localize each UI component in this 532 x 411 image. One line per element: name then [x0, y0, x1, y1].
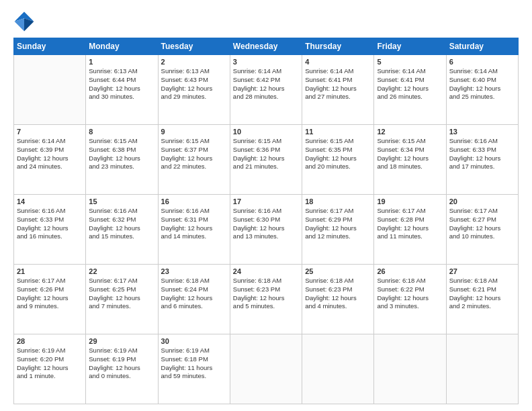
- calendar-cell: 27Sunrise: 6:18 AM Sunset: 6:21 PM Dayli…: [446, 265, 518, 334]
- calendar-cell: 5Sunrise: 6:14 AM Sunset: 6:41 PM Daylig…: [374, 55, 446, 125]
- calendar-cell: 10Sunrise: 6:15 AM Sunset: 6:36 PM Dayli…: [230, 125, 302, 195]
- day-info: Sunrise: 6:13 AM Sunset: 6:44 PM Dayligh…: [89, 67, 154, 101]
- day-number: 5: [377, 58, 443, 66]
- day-info: Sunrise: 6:14 AM Sunset: 6:41 PM Dayligh…: [305, 67, 371, 101]
- day-info: Sunrise: 6:18 AM Sunset: 6:24 PM Dayligh…: [161, 277, 227, 311]
- calendar-cell: [14, 55, 86, 125]
- day-number: 1: [89, 58, 154, 66]
- day-number: 19: [377, 197, 443, 205]
- calendar-week-1: 1Sunrise: 6:13 AM Sunset: 6:44 PM Daylig…: [14, 55, 519, 125]
- calendar-cell: 12Sunrise: 6:15 AM Sunset: 6:34 PM Dayli…: [374, 125, 446, 195]
- calendar-cell: 22Sunrise: 6:17 AM Sunset: 6:25 PM Dayli…: [86, 265, 158, 334]
- day-number: 11: [305, 128, 371, 136]
- day-number: 13: [449, 128, 515, 136]
- day-info: Sunrise: 6:17 AM Sunset: 6:29 PM Dayligh…: [305, 207, 371, 241]
- day-number: 16: [161, 197, 227, 205]
- day-number: 23: [161, 267, 227, 275]
- day-info: Sunrise: 6:17 AM Sunset: 6:25 PM Dayligh…: [89, 277, 154, 311]
- calendar-cell: 23Sunrise: 6:18 AM Sunset: 6:24 PM Dayli…: [158, 265, 230, 334]
- day-info: Sunrise: 6:14 AM Sunset: 6:42 PM Dayligh…: [233, 67, 299, 101]
- day-number: 18: [305, 197, 371, 205]
- day-number: 26: [377, 267, 443, 275]
- day-number: 25: [305, 267, 371, 275]
- calendar-cell: 30Sunrise: 6:19 AM Sunset: 6:18 PM Dayli…: [158, 334, 230, 404]
- day-number: 8: [89, 128, 154, 136]
- calendar-week-3: 14Sunrise: 6:16 AM Sunset: 6:33 PM Dayli…: [14, 195, 519, 265]
- day-number: 2: [161, 58, 227, 66]
- calendar-cell: 24Sunrise: 6:18 AM Sunset: 6:23 PM Dayli…: [230, 265, 302, 334]
- day-number: 14: [17, 197, 83, 205]
- calendar-cell: [230, 334, 302, 404]
- calendar-week-5: 28Sunrise: 6:19 AM Sunset: 6:20 PM Dayli…: [14, 334, 519, 404]
- day-number: 7: [17, 128, 83, 136]
- calendar-cell: 8Sunrise: 6:15 AM Sunset: 6:38 PM Daylig…: [86, 125, 158, 195]
- day-info: Sunrise: 6:14 AM Sunset: 6:39 PM Dayligh…: [17, 137, 83, 171]
- calendar-cell: 20Sunrise: 6:17 AM Sunset: 6:27 PM Dayli…: [446, 195, 518, 265]
- calendar-table: SundayMondayTuesdayWednesdayThursdayFrid…: [13, 38, 519, 404]
- day-info: Sunrise: 6:18 AM Sunset: 6:22 PM Dayligh…: [377, 277, 443, 311]
- weekday-header-sunday: Sunday: [14, 38, 86, 55]
- calendar-cell: 18Sunrise: 6:17 AM Sunset: 6:29 PM Dayli…: [302, 195, 374, 265]
- day-info: Sunrise: 6:17 AM Sunset: 6:28 PM Dayligh…: [377, 207, 443, 241]
- day-info: Sunrise: 6:15 AM Sunset: 6:38 PM Dayligh…: [89, 137, 154, 171]
- day-number: 20: [449, 197, 515, 205]
- day-number: 15: [89, 197, 154, 205]
- weekday-header-monday: Monday: [86, 38, 158, 55]
- day-info: Sunrise: 6:18 AM Sunset: 6:23 PM Dayligh…: [233, 277, 299, 311]
- day-info: Sunrise: 6:15 AM Sunset: 6:36 PM Dayligh…: [233, 137, 299, 171]
- day-info: Sunrise: 6:17 AM Sunset: 6:27 PM Dayligh…: [449, 207, 515, 241]
- day-info: Sunrise: 6:16 AM Sunset: 6:33 PM Dayligh…: [449, 137, 515, 171]
- day-info: Sunrise: 6:16 AM Sunset: 6:33 PM Dayligh…: [17, 207, 83, 241]
- day-number: 22: [89, 267, 154, 275]
- calendar-cell: 19Sunrise: 6:17 AM Sunset: 6:28 PM Dayli…: [374, 195, 446, 265]
- calendar-cell: 6Sunrise: 6:14 AM Sunset: 6:40 PM Daylig…: [446, 55, 518, 125]
- calendar-cell: 2Sunrise: 6:13 AM Sunset: 6:43 PM Daylig…: [158, 55, 230, 125]
- calendar-cell: 29Sunrise: 6:19 AM Sunset: 6:19 PM Dayli…: [86, 334, 158, 404]
- calendar-cell: 28Sunrise: 6:19 AM Sunset: 6:20 PM Dayli…: [14, 334, 86, 404]
- day-number: 4: [305, 58, 371, 66]
- calendar-cell: 4Sunrise: 6:14 AM Sunset: 6:41 PM Daylig…: [302, 55, 374, 125]
- calendar-cell: 3Sunrise: 6:14 AM Sunset: 6:42 PM Daylig…: [230, 55, 302, 125]
- day-number: 10: [233, 128, 299, 136]
- weekday-header-saturday: Saturday: [446, 38, 518, 55]
- day-info: Sunrise: 6:16 AM Sunset: 6:31 PM Dayligh…: [161, 207, 227, 241]
- calendar-cell: 7Sunrise: 6:14 AM Sunset: 6:39 PM Daylig…: [14, 125, 86, 195]
- day-info: Sunrise: 6:18 AM Sunset: 6:23 PM Dayligh…: [305, 277, 371, 311]
- logo-icon: [13, 11, 35, 32]
- weekday-header-thursday: Thursday: [302, 38, 374, 55]
- weekday-header-friday: Friday: [374, 38, 446, 55]
- calendar-week-2: 7Sunrise: 6:14 AM Sunset: 6:39 PM Daylig…: [14, 125, 519, 195]
- day-info: Sunrise: 6:19 AM Sunset: 6:19 PM Dayligh…: [89, 347, 154, 381]
- calendar-cell: 9Sunrise: 6:15 AM Sunset: 6:37 PM Daylig…: [158, 125, 230, 195]
- calendar-cell: 15Sunrise: 6:16 AM Sunset: 6:32 PM Dayli…: [86, 195, 158, 265]
- day-number: 12: [377, 128, 443, 136]
- calendar-cell: 13Sunrise: 6:16 AM Sunset: 6:33 PM Dayli…: [446, 125, 518, 195]
- day-info: Sunrise: 6:13 AM Sunset: 6:43 PM Dayligh…: [161, 67, 227, 101]
- day-info: Sunrise: 6:17 AM Sunset: 6:26 PM Dayligh…: [17, 277, 83, 311]
- weekday-header-tuesday: Tuesday: [158, 38, 230, 55]
- day-info: Sunrise: 6:15 AM Sunset: 6:35 PM Dayligh…: [305, 137, 371, 171]
- day-number: 30: [161, 337, 227, 345]
- day-info: Sunrise: 6:15 AM Sunset: 6:37 PM Dayligh…: [161, 137, 227, 171]
- calendar-cell: 17Sunrise: 6:16 AM Sunset: 6:30 PM Dayli…: [230, 195, 302, 265]
- day-info: Sunrise: 6:15 AM Sunset: 6:34 PM Dayligh…: [377, 137, 443, 171]
- day-number: 6: [449, 58, 515, 66]
- day-number: 29: [89, 337, 154, 345]
- day-number: 24: [233, 267, 299, 275]
- calendar-week-4: 21Sunrise: 6:17 AM Sunset: 6:26 PM Dayli…: [14, 265, 519, 334]
- day-info: Sunrise: 6:14 AM Sunset: 6:40 PM Dayligh…: [449, 67, 515, 101]
- day-info: Sunrise: 6:18 AM Sunset: 6:21 PM Dayligh…: [449, 277, 515, 311]
- day-info: Sunrise: 6:14 AM Sunset: 6:41 PM Dayligh…: [377, 67, 443, 101]
- weekday-header-row: SundayMondayTuesdayWednesdayThursdayFrid…: [14, 38, 519, 55]
- page: SundayMondayTuesdayWednesdayThursdayFrid…: [0, 0, 532, 411]
- calendar-cell: 11Sunrise: 6:15 AM Sunset: 6:35 PM Dayli…: [302, 125, 374, 195]
- day-number: 17: [233, 197, 299, 205]
- day-info: Sunrise: 6:19 AM Sunset: 6:18 PM Dayligh…: [161, 347, 227, 381]
- calendar-cell: 16Sunrise: 6:16 AM Sunset: 6:31 PM Dayli…: [158, 195, 230, 265]
- weekday-header-wednesday: Wednesday: [230, 38, 302, 55]
- day-number: 21: [17, 267, 83, 275]
- calendar-cell: 25Sunrise: 6:18 AM Sunset: 6:23 PM Dayli…: [302, 265, 374, 334]
- day-number: 9: [161, 128, 227, 136]
- calendar-cell: 14Sunrise: 6:16 AM Sunset: 6:33 PM Dayli…: [14, 195, 86, 265]
- calendar-cell: 21Sunrise: 6:17 AM Sunset: 6:26 PM Dayli…: [14, 265, 86, 334]
